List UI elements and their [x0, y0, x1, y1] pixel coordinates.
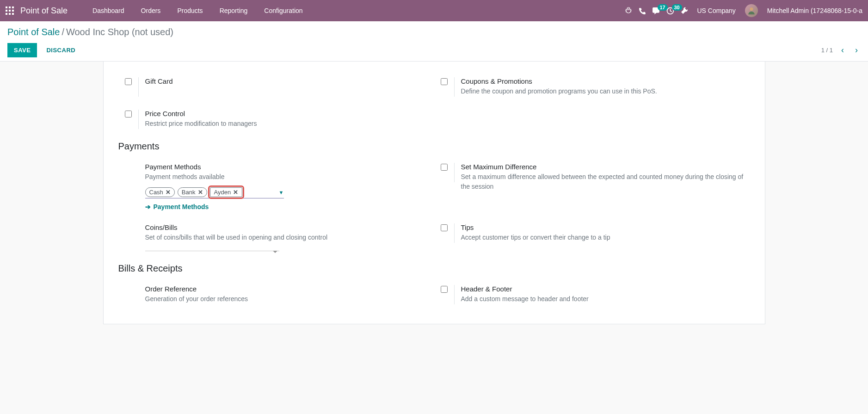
tag-cash[interactable]: Cash✕ [145, 187, 175, 197]
price-control-desc: Restrict price modification to managers [145, 119, 434, 129]
payment-methods-link[interactable]: ➔ Payment Methods [145, 203, 434, 210]
svg-rect-1 [9, 6, 11, 8]
tools-icon[interactable] [681, 7, 688, 14]
menu-orders[interactable]: Orders [133, 0, 169, 21]
tag-ayden[interactable]: Ayden✕ [210, 187, 243, 197]
discard-button[interactable]: DISCARD [41, 43, 81, 57]
tips-desc: Accept customer tips or convert their ch… [461, 233, 750, 242]
setting-header-footer: Header & Footer Add a custom message to … [434, 280, 750, 313]
coupons-title: Coupons & Promotions [461, 77, 750, 85]
order-reference-title: Order Reference [145, 285, 434, 293]
menu-dashboard[interactable]: Dashboard [84, 0, 133, 21]
setting-order-reference: Order Reference Generation of your order… [118, 280, 434, 312]
company-selector[interactable]: US Company [697, 7, 736, 14]
gift-card-checkbox[interactable] [125, 78, 132, 85]
avatar[interactable] [745, 4, 758, 17]
setting-gift-card: Gift Card [118, 73, 434, 105]
pager: 1 / 1 ‹ › [821, 45, 861, 55]
caret-down-icon[interactable]: ▼ [279, 190, 284, 195]
section-payments: Payments [118, 141, 750, 152]
setting-price-control: Price Control Restrict price modificatio… [118, 105, 434, 137]
form-sheet: Gift Card Coupons & Promotions Define th… [103, 62, 765, 324]
app-brand[interactable]: Point of Sale [20, 6, 68, 16]
pager-text: 1 / 1 [821, 47, 833, 54]
pager-next-icon[interactable]: › [852, 45, 861, 55]
header-footer-desc: Add a custom message to header and foote… [461, 294, 750, 304]
arrow-right-icon: ➔ [145, 203, 151, 210]
coins-bills-title: Coins/Bills [145, 223, 434, 231]
user-name[interactable]: Mitchell Admin (17248068-15-0-a [767, 7, 862, 14]
price-control-title: Price Control [145, 110, 434, 117]
svg-rect-4 [9, 10, 11, 12]
phone-icon[interactable] [639, 7, 646, 14]
control-panel: Point of Sale/Wood Inc Shop (not used) S… [0, 21, 868, 62]
svg-rect-7 [9, 13, 11, 15]
coupons-checkbox[interactable] [441, 78, 448, 85]
setting-coins-bills: Coins/Bills Set of coins/bills that will… [118, 219, 434, 260]
setting-max-difference: Set Maximum Difference Set a maximum dif… [434, 158, 750, 200]
setting-payment-methods: Payment Methods Payment methods availabl… [118, 158, 434, 219]
chat-icon[interactable]: 17 [652, 7, 660, 15]
svg-rect-2 [12, 6, 14, 8]
payment-methods-desc: Payment methods available [145, 172, 434, 182]
payment-methods-title: Payment Methods [145, 163, 434, 171]
close-icon[interactable]: ✕ [166, 189, 171, 196]
menu-configuration[interactable]: Configuration [256, 0, 311, 21]
svg-rect-8 [12, 13, 14, 15]
menu-products[interactable]: Products [169, 0, 211, 21]
tips-title: Tips [461, 223, 750, 231]
setting-coupons: Coupons & Promotions Define the coupon a… [434, 73, 750, 105]
clock-icon[interactable]: 30 [666, 7, 674, 15]
main-menu: Dashboard Orders Products Reporting Conf… [84, 0, 311, 21]
menu-reporting[interactable]: Reporting [211, 0, 256, 21]
section-bills-receipts: Bills & Receipts [118, 263, 750, 274]
coupons-desc: Define the coupon and promotion programs… [461, 87, 750, 96]
price-control-checkbox[interactable] [125, 111, 132, 117]
svg-rect-5 [12, 10, 14, 12]
close-icon[interactable]: ✕ [198, 189, 203, 196]
coins-bills-select[interactable] [145, 247, 279, 251]
apps-icon[interactable] [6, 6, 14, 15]
save-button[interactable]: SAVE [7, 43, 37, 57]
pager-prev-icon[interactable]: ‹ [838, 45, 847, 55]
svg-rect-3 [6, 10, 7, 12]
header-footer-checkbox[interactable] [441, 286, 448, 293]
svg-point-10 [750, 7, 753, 11]
max-difference-desc: Set a maximum difference allowed between… [461, 172, 750, 192]
breadcrumb-current: Wood Inc Shop (not used) [66, 27, 173, 37]
svg-rect-6 [6, 13, 7, 15]
coins-bills-desc: Set of coins/bills that will be used in … [145, 233, 434, 242]
close-icon[interactable]: ✕ [233, 189, 238, 196]
tag-bank[interactable]: Bank✕ [178, 187, 207, 197]
header-footer-title: Header & Footer [461, 285, 750, 293]
breadcrumb: Point of Sale/Wood Inc Shop (not used) [7, 27, 861, 37]
gift-card-title: Gift Card [145, 77, 434, 85]
payment-methods-tags-input[interactable]: Cash✕ Bank✕ Ayden✕ ▼ [145, 187, 284, 198]
bug-icon[interactable] [625, 7, 632, 14]
max-difference-checkbox[interactable] [441, 164, 448, 171]
top-navbar: Point of Sale Dashboard Orders Products … [0, 0, 868, 21]
max-difference-title: Set Maximum Difference [461, 163, 750, 171]
order-reference-desc: Generation of your order references [145, 294, 434, 304]
svg-rect-0 [6, 6, 7, 8]
breadcrumb-root[interactable]: Point of Sale [7, 27, 60, 37]
tips-checkbox[interactable] [441, 224, 448, 231]
setting-tips: Tips Accept customer tips or convert the… [434, 219, 750, 251]
